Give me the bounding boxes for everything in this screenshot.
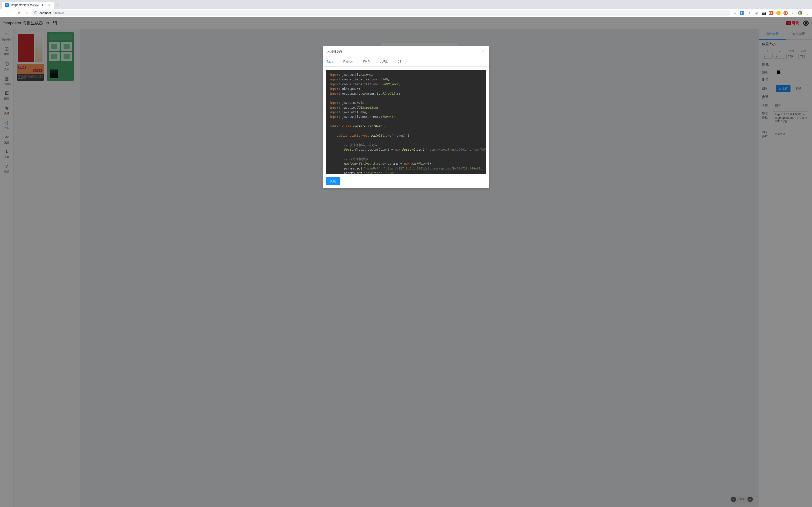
code-modal: 示例代码 ✕ Java Python PHP cURL JS import ja… <box>323 46 489 188</box>
tab-curl[interactable]: cURL <box>379 57 388 66</box>
close-icon[interactable]: ✕ <box>48 3 51 7</box>
back-button[interactable]: ← <box>2 11 7 15</box>
copy-button[interactable]: 复制 <box>326 177 340 185</box>
camera-icon[interactable]: 📷 <box>762 11 766 15</box>
tab-title: fastposter海报生成器v1.4.1 <box>11 3 46 7</box>
tab-java[interactable]: Java <box>326 57 334 66</box>
url-path: :9001/#/ <box>52 11 64 15</box>
tab-js[interactable]: JS <box>397 57 402 66</box>
chevron-down-icon[interactable]: ⌄ <box>805 3 808 7</box>
favicon-icon: ⬡ <box>5 3 9 7</box>
tab-python[interactable]: Python <box>343 57 353 66</box>
extensions-button[interactable]: ✦ <box>791 11 795 15</box>
tab-bar: ⬡ fastposter海报生成器v1.4.1 ✕ + ⌄ <box>0 0 812 9</box>
extension-icon[interactable] <box>776 11 780 15</box>
extension-icons: ☆ G ❉ ◉ 📷 FE O ✦ ⋮ <box>733 11 810 15</box>
modal-overlay[interactable]: 示例代码 ✕ Java Python PHP cURL JS import ja… <box>0 17 812 507</box>
url-host: localhost <box>39 11 51 15</box>
browser-chrome: ⬡ fastposter海报生成器v1.4.1 ✕ + ⌄ ← → ⟳ ⌂ ⓘ … <box>0 0 812 17</box>
url-field[interactable]: ⓘ localhost:9001/#/ <box>32 10 730 16</box>
new-tab-button[interactable]: + <box>54 2 61 8</box>
reload-button[interactable]: ⟳ <box>17 11 22 15</box>
extension-icon[interactable]: FE <box>769 11 773 15</box>
window-controls: ⌄ <box>805 3 810 7</box>
extension-icon[interactable]: O <box>783 11 788 15</box>
modal-title: 示例代码 <box>327 49 342 54</box>
bookmark-icon[interactable]: ☆ <box>733 11 737 15</box>
info-icon: ⓘ <box>34 11 37 15</box>
browser-tab[interactable]: ⬡ fastposter海报生成器v1.4.1 ✕ <box>2 2 54 9</box>
code-block[interactable]: import java.util.HashMap; import com.ali… <box>326 70 486 174</box>
chrome-profile-icon[interactable] <box>798 11 802 15</box>
menu-icon[interactable]: ⋮ <box>805 11 810 15</box>
home-button[interactable]: ⌂ <box>24 11 29 15</box>
evernote-icon[interactable]: ❉ <box>747 11 752 15</box>
address-bar: ← → ⟳ ⌂ ⓘ localhost:9001/#/ ☆ G ❉ ◉ 📷 FE… <box>0 9 812 17</box>
translate-icon[interactable]: G <box>740 11 744 15</box>
modal-tabs: Java Python PHP cURL JS <box>323 57 489 67</box>
forward-button[interactable]: → <box>10 11 14 15</box>
close-icon[interactable]: ✕ <box>481 49 485 54</box>
tab-php[interactable]: PHP <box>363 57 370 66</box>
extension-icon[interactable]: ◉ <box>755 11 759 15</box>
